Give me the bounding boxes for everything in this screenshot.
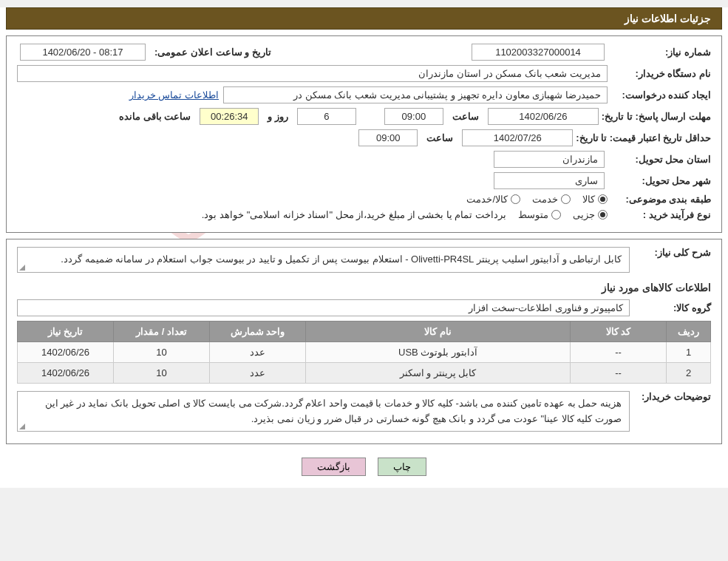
th-name: نام کالا [306, 321, 571, 341]
requester-value: حمیدرضا شهبازی معاون دایره تجهیز و پشتیب… [223, 86, 608, 103]
row-group: گروه کالا: کامپیوتر و فناوری اطلاعات-سخت… [17, 299, 711, 316]
cell-date: 1402/06/26 [18, 362, 114, 383]
validity-label: حداقل تاریخ اعتبار قیمت: تا تاریخ: [576, 132, 711, 143]
payment-note: برداخت تمام یا بخشی از مبلغ خرید،از محل … [202, 209, 506, 220]
overall-desc-box: کابل ارتباطی و آدابیتور اسلیب پرینتر Oli… [17, 247, 630, 273]
radio-circle-icon [598, 210, 608, 220]
radio-medium[interactable]: متوسط [518, 209, 561, 220]
items-title: اطلاعات کالاهای مورد نیاز [17, 282, 711, 293]
radio-partial[interactable]: جزیی [573, 209, 608, 220]
button-bar: چاپ بازگشت [0, 450, 728, 488]
resize-handle-icon[interactable] [19, 265, 25, 271]
radio-service[interactable]: خدمت [532, 194, 571, 205]
remaining-label: ساعت باقی مانده [119, 111, 191, 122]
requester-label: ایجاد کننده درخواست: [608, 89, 711, 101]
radio-circle-icon [551, 210, 561, 220]
row-purchase-type: نوع فرآیند خرید : جزیی متوسط برداخت تمام… [17, 209, 711, 220]
radio-circle-icon [511, 194, 520, 204]
main-info-section: شماره نیاز: 1102003327000014 تاریخ و ساع… [6, 35, 722, 233]
th-unit: واحد شمارش [210, 321, 306, 341]
radio-circle-icon [598, 194, 608, 204]
radio-circle-icon [561, 194, 571, 204]
validity-time-label: ساعت [426, 132, 453, 143]
cell-name: کابل پرینتر و اسکنر [306, 362, 571, 383]
page-container: AriaTender.net جزئیات اطلاعات نیاز شماره… [0, 7, 728, 488]
row-validity: حداقل تاریخ اعتبار قیمت: تا تاریخ: 1402/… [17, 129, 711, 146]
cell-row: 1 [667, 341, 711, 362]
cat-goods-service-label: کالا/خدمت [466, 194, 508, 205]
header-title-bar: جزئیات اطلاعات نیاز [6, 7, 722, 30]
buyer-org-value: مدیریت شعب بانک مسکن در استان مازندران [17, 65, 608, 82]
row-deadline: مهلت ارسال پاسخ: تا تاریخ: 1402/06/26 سا… [17, 108, 711, 125]
overall-desc-label: شرح کلی نیاز: [630, 247, 711, 258]
group-value: کامپیوتر و فناوری اطلاعات-سخت افزار [17, 299, 630, 316]
buyer-contact-link[interactable]: اطلاعات تماس خریدار [129, 89, 219, 101]
pt-partial-label: جزیی [573, 209, 595, 220]
cell-qty: 10 [114, 341, 210, 362]
table-row: 1 -- آدابتور بلوتوث USB عدد 10 1402/06/2… [18, 341, 711, 362]
cell-qty: 10 [114, 362, 210, 383]
buyer-notes-label: توضیحات خریدار: [630, 391, 711, 402]
row-category: طبقه بندی موضوعی: کالا خدمت کالا/خدمت [17, 194, 711, 205]
th-date: تاریخ نیاز [18, 321, 114, 341]
pt-medium-label: متوسط [518, 209, 548, 220]
deadline-time: 09:00 [384, 108, 443, 125]
cell-date: 1402/06/26 [18, 341, 114, 362]
days-and-label: روز و [268, 111, 288, 122]
announce-datetime-label: تاریخ و ساعت اعلان عمومی: [154, 47, 271, 58]
items-table: ردیف کد کالا نام کالا واحد شمارش تعداد /… [17, 321, 711, 384]
deadline-time-label: ساعت [452, 111, 479, 122]
province-label: استان محل تحویل: [608, 154, 711, 165]
row-overall-desc: شرح کلی نیاز: کابل ارتباطی و آدابیتور اس… [17, 247, 711, 273]
category-label: طبقه بندی موضوعی: [608, 194, 711, 205]
th-row: ردیف [667, 321, 711, 341]
days-remaining: 6 [297, 108, 356, 125]
header-title: جزئیات اطلاعات نیاز [625, 13, 711, 24]
announce-datetime-value: 08:17 - 1402/06/20 [20, 44, 146, 61]
cell-row: 2 [667, 362, 711, 383]
back-button[interactable]: بازگشت [302, 458, 366, 476]
cat-service-label: خدمت [532, 194, 558, 205]
city-label: شهر محل تحویل: [608, 175, 711, 186]
cell-name: آدابتور بلوتوث USB [306, 341, 571, 362]
table-header-row: ردیف کد کالا نام کالا واحد شمارش تعداد /… [18, 321, 711, 341]
cat-goods-label: کالا [582, 194, 595, 205]
city-value: ساری [494, 172, 605, 189]
items-section: شرح کلی نیاز: کابل ارتباطی و آدابیتور اس… [6, 239, 722, 444]
buyer-notes-box: هزینه حمل به عهده تامین کننده می باشد- ک… [17, 391, 630, 432]
resize-handle-icon[interactable] [19, 424, 25, 429]
need-number-value: 1102003327000014 [472, 44, 605, 61]
deadline-label: مهلت ارسال پاسخ: تا تاریخ: [602, 111, 711, 122]
buyer-org-label: نام دستگاه خریدار: [608, 68, 711, 79]
group-label: گروه کالا: [630, 302, 711, 313]
overall-desc-text: کابل ارتباطی و آدابیتور اسلیب پرینتر Oli… [61, 254, 622, 265]
cell-code: -- [571, 362, 667, 383]
validity-date: 1402/07/26 [462, 129, 573, 146]
row-buyer-notes: توضیحات خریدار: هزینه حمل به عهده تامین … [17, 391, 711, 432]
th-qty: تعداد / مقدار [114, 321, 210, 341]
buyer-notes-text: هزینه حمل به عهده تامین کننده می باشد- ک… [45, 398, 622, 424]
row-buyer-org: نام دستگاه خریدار: مدیریت شعب بانک مسکن … [17, 65, 711, 82]
purchase-type-label: نوع فرآیند خرید : [608, 209, 711, 220]
cell-unit: عدد [210, 362, 306, 383]
radio-goods[interactable]: کالا [582, 194, 608, 205]
print-button[interactable]: چاپ [378, 458, 426, 476]
row-province: استان محل تحویل: مازندران [17, 151, 711, 168]
validity-time: 09:00 [358, 129, 418, 146]
th-code: کد کالا [571, 321, 667, 341]
radio-goods-service[interactable]: کالا/خدمت [466, 194, 520, 205]
row-need-number: شماره نیاز: 1102003327000014 تاریخ و ساع… [17, 44, 711, 61]
row-city: شهر محل تحویل: ساری [17, 172, 711, 189]
countdown-value: 00:26:34 [200, 108, 259, 125]
province-value: مازندران [494, 151, 605, 168]
cell-unit: عدد [210, 341, 306, 362]
row-requester: ایجاد کننده درخواست: حمیدرضا شهبازی معاو… [17, 86, 711, 103]
table-row: 2 -- کابل پرینتر و اسکنر عدد 10 1402/06/… [18, 362, 711, 383]
deadline-date: 1402/06/26 [488, 108, 599, 125]
need-number-label: شماره نیاز: [608, 47, 711, 58]
cell-code: -- [571, 341, 667, 362]
